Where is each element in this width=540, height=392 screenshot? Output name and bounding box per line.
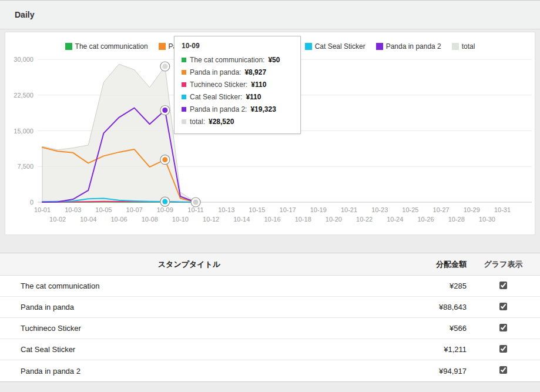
svg-text:10-10: 10-10 — [172, 216, 189, 223]
tooltip-row: The cat communication: ¥50 — [182, 53, 293, 66]
distribution-amount: ¥88,643 — [378, 303, 467, 311]
svg-text:15,000: 15,000 — [14, 128, 33, 135]
svg-text:10-01: 10-01 — [34, 206, 51, 213]
sticker-table: スタンプタイトル 分配金額 グラフ表示 The cat communicatio… — [0, 253, 540, 382]
svg-text:10-30: 10-30 — [479, 216, 495, 223]
table-row: Panda in panda 2 ¥94,917 — [0, 360, 540, 381]
graph-checkbox[interactable] — [499, 324, 507, 331]
svg-text:22,500: 22,500 — [14, 92, 33, 99]
svg-text:30,000: 30,000 — [14, 56, 33, 63]
tooltip-row: Panda in panda 2: ¥19,323 — [182, 103, 293, 115]
svg-text:10-03: 10-03 — [65, 206, 81, 213]
legend-label: The cat communication — [75, 42, 148, 51]
svg-text:10-15: 10-15 — [249, 206, 265, 213]
tooltip-swatch-icon — [182, 95, 186, 99]
legend-label: Cat Seal Sticker — [315, 42, 365, 51]
svg-text:10-29: 10-29 — [464, 206, 480, 213]
legend-item-total[interactable]: total — [452, 42, 475, 51]
svg-text:10-08: 10-08 — [142, 216, 158, 223]
column-header-amount: 分配金額 — [378, 259, 467, 270]
svg-text:10-18: 10-18 — [295, 216, 311, 223]
tooltip-swatch-icon — [182, 58, 186, 62]
svg-text:10-24: 10-24 — [387, 216, 403, 223]
legend-item-panda-in-panda-2[interactable]: Panda in panda 2 — [376, 42, 441, 51]
legend-swatch-icon — [305, 43, 312, 50]
svg-text:10-07: 10-07 — [126, 206, 143, 213]
graph-checkbox[interactable] — [499, 303, 507, 310]
tooltip-swatch-icon — [182, 119, 186, 124]
distribution-amount: ¥94,917 — [378, 367, 467, 376]
legend-swatch-icon — [452, 43, 459, 50]
legend-label: Panda in panda 2 — [386, 42, 441, 51]
table-header-row: スタンプタイトル 分配金額 グラフ表示 — [0, 253, 540, 276]
svg-text:10-13: 10-13 — [218, 206, 234, 213]
svg-text:10-11: 10-11 — [187, 206, 203, 213]
sticker-title: The cat communication — [0, 282, 378, 290]
svg-text:10-22: 10-22 — [356, 216, 373, 223]
tooltip-swatch-icon — [182, 82, 186, 87]
graph-checkbox[interactable] — [499, 366, 507, 374]
svg-text:10-19: 10-19 — [310, 206, 327, 213]
legend-item-the-cat-communication[interactable]: The cat communication — [65, 42, 148, 51]
svg-text:10-23: 10-23 — [371, 206, 388, 213]
table-row: Panda in panda ¥88,643 — [0, 297, 540, 318]
legend-swatch-icon — [376, 43, 383, 50]
tooltip-row: total: ¥28,520 — [182, 115, 293, 128]
column-header-graph: グラフ表示 — [467, 259, 540, 270]
svg-text:0: 0 — [30, 199, 33, 206]
chart-panel: The cat communication Panda in panda Tuc… — [5, 32, 535, 235]
svg-text:10-27: 10-27 — [433, 206, 450, 213]
topbar: Daily — [0, 0, 540, 29]
svg-text:10-14: 10-14 — [233, 216, 250, 223]
svg-text:7,500: 7,500 — [17, 163, 33, 170]
svg-text:10-12: 10-12 — [203, 216, 219, 223]
tooltip-date: 10-09 — [182, 42, 293, 50]
sticker-title: Panda in panda — [0, 303, 378, 311]
page-title: Daily — [15, 10, 34, 19]
legend-swatch-icon — [159, 43, 166, 50]
svg-text:10-31: 10-31 — [494, 206, 511, 213]
legend-item-cat-seal-sticker[interactable]: Cat Seal Sticker — [305, 42, 365, 51]
distribution-amount: ¥285 — [378, 282, 467, 290]
svg-text:10-04: 10-04 — [80, 216, 96, 223]
table-row: Cat Seal Sticker ¥1,211 — [0, 339, 540, 360]
column-header-title: スタンプタイトル — [0, 259, 378, 270]
graph-checkbox[interactable] — [499, 345, 507, 353]
graph-checkbox[interactable] — [499, 282, 507, 289]
svg-text:10-28: 10-28 — [448, 216, 465, 223]
table-row: Tuchineco Sticker ¥566 — [0, 318, 540, 339]
svg-text:10-20: 10-20 — [326, 216, 342, 223]
tooltip-swatch-icon — [182, 70, 186, 75]
tooltip-row: Panda in panda: ¥8,927 — [182, 66, 293, 78]
svg-text:10-09: 10-09 — [157, 206, 173, 213]
tooltip-swatch-icon — [182, 107, 186, 112]
svg-text:10-21: 10-21 — [341, 206, 357, 213]
tooltip-row: Tuchineco Sticker: ¥110 — [182, 78, 293, 91]
svg-text:10-02: 10-02 — [49, 216, 66, 223]
legend-label: total — [462, 42, 475, 51]
svg-text:10-06: 10-06 — [110, 216, 127, 223]
tooltip-row: Cat Seal Sticker: ¥110 — [182, 91, 293, 103]
svg-text:10-16: 10-16 — [264, 216, 280, 223]
chart-tooltip: 10-09 The cat communication: ¥50 Panda i… — [174, 36, 301, 134]
svg-text:10-17: 10-17 — [280, 206, 296, 213]
sticker-title: Panda in panda 2 — [0, 367, 378, 376]
table-row: The cat communication ¥285 — [0, 276, 540, 297]
svg-text:10-26: 10-26 — [417, 216, 434, 223]
distribution-amount: ¥1,211 — [378, 345, 467, 354]
sticker-title: Tuchineco Sticker — [0, 324, 378, 333]
legend-swatch-icon — [65, 43, 72, 50]
sticker-title: Cat Seal Sticker — [0, 345, 378, 354]
distribution-amount: ¥566 — [378, 324, 467, 333]
svg-text:10-05: 10-05 — [95, 206, 112, 213]
svg-text:10-25: 10-25 — [402, 206, 418, 213]
